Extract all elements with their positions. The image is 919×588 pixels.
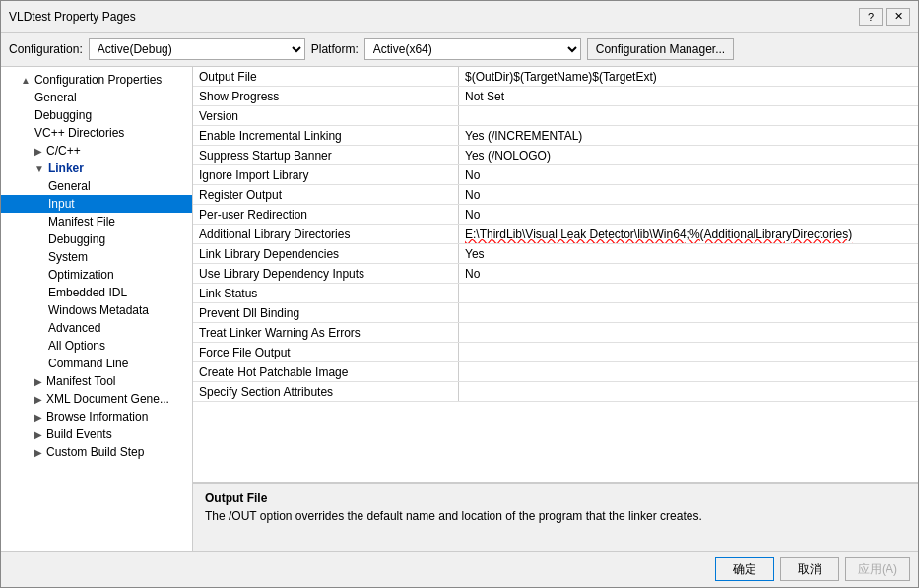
- expand-icon-browse-info: ▶: [34, 412, 42, 423]
- properties-table: Output File $(OutDir)$(TargetName)$(Targ…: [193, 67, 918, 482]
- sidebar-item-linker-general[interactable]: General: [1, 177, 192, 195]
- sidebar-label-xml-doc: XML Document Gene...: [46, 392, 169, 406]
- config-label: Configuration:: [9, 42, 83, 56]
- config-dropdown[interactable]: Active(Debug): [89, 38, 305, 60]
- bottom-buttons: 确定 取消 应用(A): [1, 551, 918, 587]
- cancel-button[interactable]: 取消: [780, 557, 839, 581]
- prop-name-startup-banner: Suppress Startup Banner: [193, 146, 459, 164]
- table-row-additional-lib[interactable]: Additional Library Directories E:\ThirdL…: [193, 225, 918, 244]
- table-row[interactable]: Create Hot Patchable Image: [193, 362, 918, 382]
- config-manager-button[interactable]: Configuration Manager...: [587, 38, 734, 60]
- sidebar-item-linker-advanced[interactable]: Advanced: [1, 319, 192, 337]
- table-row[interactable]: Output File $(OutDir)$(TargetName)$(Targ…: [193, 67, 918, 87]
- prop-value-specify-section: [459, 382, 918, 401]
- table-row[interactable]: Show Progress Not Set: [193, 87, 918, 106]
- sidebar-item-general[interactable]: General: [1, 89, 192, 106]
- sidebar-item-config-props[interactable]: ▲ Configuration Properties: [1, 71, 192, 89]
- close-button[interactable]: ✕: [886, 8, 910, 26]
- window-title: VLDtest Property Pages: [9, 10, 136, 24]
- confirm-button[interactable]: 确定: [715, 557, 774, 581]
- table-row[interactable]: Register Output No: [193, 185, 918, 205]
- sidebar-item-xml-doc[interactable]: ▶ XML Document Gene...: [1, 390, 192, 408]
- info-panel-description: The /OUT option overrides the default na…: [205, 509, 906, 523]
- sidebar-label-linker-system: System: [48, 250, 88, 264]
- sidebar-item-linker-all-options[interactable]: All Options: [1, 337, 192, 355]
- prop-name-ignore-import: Ignore Import Library: [193, 165, 459, 184]
- sidebar-label-linker-all-options: All Options: [48, 339, 105, 353]
- prop-value-per-user-redirect: No: [459, 205, 918, 224]
- prop-value-force-file-output: [459, 343, 918, 361]
- prop-name-output-file: Output File: [193, 67, 459, 86]
- sidebar-label-custom-build: Custom Build Step: [46, 445, 144, 459]
- sidebar-item-linker-optimization[interactable]: Optimization: [1, 266, 192, 284]
- sidebar-label-manifest-tool: Manifest Tool: [46, 374, 115, 388]
- table-row[interactable]: Suppress Startup Banner Yes (/NOLOGO): [193, 146, 918, 165]
- prop-name-specify-section: Specify Section Attributes: [193, 382, 459, 401]
- info-panel: Output File The /OUT option overrides th…: [193, 482, 918, 551]
- prop-name-incremental-linking: Enable Incremental Linking: [193, 126, 459, 145]
- sidebar-item-build-events[interactable]: ▶ Build Events: [1, 425, 192, 443]
- prop-name-per-user-redirect: Per-user Redirection: [193, 205, 459, 224]
- table-row[interactable]: Ignore Import Library No: [193, 165, 918, 185]
- main-window: VLDtest Property Pages ? ✕ Configuration…: [0, 0, 919, 588]
- prop-name-link-lib-deps: Link Library Dependencies: [193, 244, 459, 263]
- main-content: ▲ Configuration Properties General Debug…: [1, 67, 918, 551]
- sidebar-label-linker-windows-meta: Windows Metadata: [48, 303, 149, 317]
- expand-icon-xml-doc: ▶: [34, 394, 42, 405]
- sidebar-item-linker-embedded-idl[interactable]: Embedded IDL: [1, 284, 192, 301]
- sidebar-label-linker-embedded-idl: Embedded IDL: [48, 286, 127, 299]
- prop-name-force-file-output: Force File Output: [193, 343, 459, 361]
- expand-icon-custom-build: ▶: [34, 447, 42, 458]
- sidebar-item-browse-info[interactable]: ▶ Browse Information: [1, 408, 192, 425]
- title-bar: VLDtest Property Pages ? ✕: [1, 1, 918, 33]
- table-row[interactable]: Force File Output: [193, 343, 918, 362]
- sidebar-item-cpp[interactable]: ▶ C/C++: [1, 142, 192, 160]
- prop-name-additional-lib-dirs: Additional Library Directories: [193, 225, 459, 243]
- title-bar-controls: ? ✕: [859, 8, 910, 26]
- prop-value-incremental-linking: Yes (/INCREMENTAL): [459, 126, 918, 145]
- prop-value-output-file: $(OutDir)$(TargetName)$(TargetExt): [459, 67, 918, 86]
- expand-icon-manifest: ▶: [34, 376, 42, 387]
- sidebar-item-linker-debugging[interactable]: Debugging: [1, 230, 192, 248]
- sidebar-item-linker-manifest[interactable]: Manifest File: [1, 213, 192, 230]
- table-row[interactable]: Enable Incremental Linking Yes (/INCREME…: [193, 126, 918, 146]
- table-row[interactable]: Version: [193, 106, 918, 126]
- apply-button[interactable]: 应用(A): [845, 557, 910, 581]
- prop-name-register-output: Register Output: [193, 185, 459, 204]
- table-row[interactable]: Use Library Dependency Inputs No: [193, 264, 918, 284]
- prop-value-treat-linker-warning: [459, 323, 918, 342]
- sidebar-label-linker-manifest: Manifest File: [48, 215, 115, 229]
- prop-value-startup-banner: Yes (/NOLOGO): [459, 146, 918, 164]
- table-row[interactable]: Link Library Dependencies Yes: [193, 244, 918, 264]
- sidebar-item-linker-system[interactable]: System: [1, 248, 192, 266]
- sidebar-label-linker-input: Input: [48, 197, 75, 211]
- sidebar-item-linker-windows-meta[interactable]: Windows Metadata: [1, 301, 192, 319]
- help-button[interactable]: ?: [859, 8, 883, 26]
- prop-value-ignore-import: No: [459, 165, 918, 184]
- prop-value-additional-lib-dirs: E:\ThirdLib\Visual Leak Detector\lib\Win…: [459, 225, 918, 243]
- sidebar-item-linker[interactable]: ▼ Linker: [1, 160, 192, 177]
- table-row[interactable]: Prevent Dll Binding: [193, 303, 918, 323]
- sidebar-item-debugging[interactable]: Debugging: [1, 106, 192, 124]
- sidebar-item-custom-build[interactable]: ▶ Custom Build Step: [1, 443, 192, 461]
- sidebar-label-build-events: Build Events: [46, 427, 112, 441]
- sidebar-label-linker-debugging: Debugging: [48, 232, 105, 246]
- prop-name-version: Version: [193, 106, 459, 125]
- platform-label: Platform:: [311, 42, 359, 56]
- table-row[interactable]: Per-user Redirection No: [193, 205, 918, 225]
- table-row[interactable]: Treat Linker Warning As Errors: [193, 323, 918, 343]
- prop-value-register-output: No: [459, 185, 918, 204]
- sidebar-label-debugging: Debugging: [34, 108, 92, 122]
- sidebar-label-linker-optimization: Optimization: [48, 268, 114, 282]
- platform-dropdown[interactable]: Active(x64): [364, 38, 581, 60]
- expand-icon-build-events: ▶: [34, 429, 42, 440]
- sidebar-item-manifest-tool[interactable]: ▶ Manifest Tool: [1, 372, 192, 390]
- table-row[interactable]: Specify Section Attributes: [193, 382, 918, 402]
- prop-name-use-lib-dep-inputs: Use Library Dependency Inputs: [193, 264, 459, 283]
- sidebar-item-linker-command-line[interactable]: Command Line: [1, 355, 192, 372]
- table-row[interactable]: Link Status: [193, 284, 918, 303]
- prop-value-show-progress: Not Set: [459, 87, 918, 105]
- sidebar-item-linker-input[interactable]: Input: [1, 195, 192, 213]
- sidebar-item-vc-dirs[interactable]: VC++ Directories: [1, 124, 192, 142]
- prop-value-version: [459, 106, 918, 125]
